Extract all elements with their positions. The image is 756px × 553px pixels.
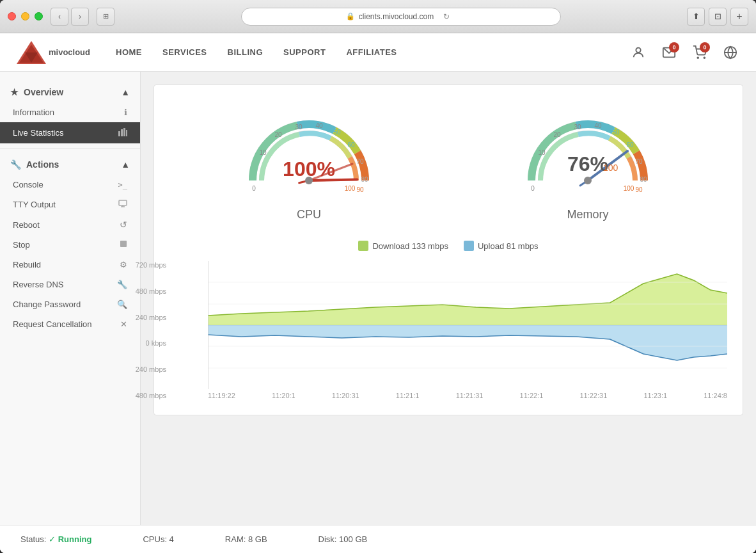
svg-text:20: 20	[274, 131, 282, 138]
svg-text:0: 0	[531, 185, 535, 192]
minimize-button[interactable]	[21, 12, 29, 20]
refresh-button[interactable]: ↻	[437, 8, 455, 26]
disk-info: Disk: 100 GB	[319, 534, 368, 544]
browser-window: ‹ › ⊞ 🔒 clients.mivocloud.com ↻ ⬆ ⊡ + mi…	[0, 0, 756, 553]
reader-button[interactable]: ⊞	[97, 8, 114, 26]
request-cancellation-label: Request Cancellation	[13, 319, 92, 329]
sidebar: ★ Overview ▲ Information ℹ Live Statisti…	[0, 72, 141, 525]
nav-affiliates[interactable]: AFFILIATES	[346, 47, 397, 57]
x-axis-labels: 11:19:22 11:20:1 11:20:31 11:21:1 11:21:…	[208, 392, 727, 399]
back-button[interactable]: ‹	[51, 8, 68, 26]
sidebar-item-rebuild[interactable]: Rebuild ⚙	[0, 255, 140, 275]
overview-header[interactable]: ★ Overview ▲	[0, 82, 140, 102]
nav-billing[interactable]: BILLING	[228, 47, 264, 57]
svg-point-4	[636, 47, 640, 52]
stats-card: 0 10 20 30 40 50 60 70 80 90	[154, 84, 743, 415]
svg-text:40: 40	[594, 122, 602, 129]
svg-text:100: 100	[624, 185, 634, 192]
actions-chevron-icon: ▲	[121, 159, 130, 170]
svg-text:60: 60	[626, 141, 634, 148]
sidebar-item-console[interactable]: Console >_	[0, 175, 140, 195]
svg-rect-17	[120, 241, 127, 247]
svg-text:80: 80	[361, 176, 368, 183]
maximize-button[interactable]	[35, 12, 43, 20]
y-label-0: 0 kbps	[131, 339, 166, 347]
messages-badge: 0	[669, 42, 679, 52]
svg-point-7	[704, 57, 705, 58]
live-statistics-label: Live Statistics	[13, 128, 63, 138]
memory-gauge-svg: 0 10 20 30 40 50 60 70 80 90	[517, 100, 658, 203]
cancel-icon: ✕	[120, 319, 127, 329]
address-bar[interactable]: 🔒 clients.mivocloud.com ↻	[241, 8, 561, 26]
download-label: Download 133 mbps	[372, 241, 448, 251]
sidebar-item-live-statistics[interactable]: Live Statistics	[0, 122, 140, 143]
sidebar-item-information[interactable]: Information ℹ	[0, 102, 140, 122]
sidebar-item-request-cancellation[interactable]: Request Cancellation ✕	[0, 314, 140, 334]
x-label-8: 11:24:8	[704, 392, 727, 399]
nav-home[interactable]: HOME	[116, 47, 142, 57]
new-tab-button[interactable]: ⊡	[709, 8, 727, 26]
nav-icons: 0 0	[628, 42, 741, 63]
svg-point-48	[584, 177, 592, 184]
cpus-info: CPUs: 4	[143, 534, 173, 544]
account-icon-button[interactable]	[628, 42, 649, 63]
forward-button[interactable]: ›	[71, 8, 89, 26]
svg-text:100: 100	[345, 185, 356, 192]
wrench-icon: 🔧	[10, 159, 21, 170]
globe-icon-button[interactable]	[720, 42, 741, 63]
actions-header[interactable]: 🔧 Actions ▲	[0, 154, 140, 175]
logo-text: mivocloud	[49, 47, 90, 57]
gauges-row: 0 10 20 30 40 50 60 70 80 90	[169, 100, 727, 221]
actions-section: 🔧 Actions ▲ Console >_ TTY Output	[0, 154, 140, 334]
nav-services[interactable]: SERVICES	[162, 47, 207, 57]
sidebar-divider	[0, 148, 140, 149]
svg-text:100%: 100%	[283, 157, 335, 180]
svg-text:10: 10	[259, 149, 267, 156]
y-label-720: 720 mbps	[131, 261, 166, 269]
reverse-dns-icon: 🔧	[117, 280, 127, 289]
x-label-0: 11:19:22	[208, 392, 235, 399]
svg-text:50: 50	[333, 129, 341, 136]
monitor-icon	[118, 200, 127, 209]
svg-text:80: 80	[640, 176, 647, 183]
share-button[interactable]: ⬆	[687, 8, 705, 26]
star-icon: ★	[10, 87, 19, 97]
titlebar: ‹ › ⊞ 🔒 clients.mivocloud.com ↻ ⬆ ⊡ +	[0, 0, 756, 33]
svg-text:60: 60	[347, 141, 355, 148]
sidebar-item-reverse-dns[interactable]: Reverse DNS 🔧	[0, 275, 140, 294]
site-logo[interactable]: mivocloud mivocloud	[15, 40, 90, 65]
upload-legend-dot	[464, 241, 474, 251]
overview-section: ★ Overview ▲ Information ℹ Live Statisti…	[0, 82, 140, 143]
messages-icon-button[interactable]: 0	[659, 42, 679, 63]
actions-label: Actions	[26, 159, 59, 170]
cpu-label: CPU	[297, 208, 321, 221]
cpu-gauge: 0 10 20 30 40 50 60 70 80 90	[239, 100, 379, 221]
console-label: Console	[13, 180, 43, 189]
sidebar-item-reboot[interactable]: Reboot ↺	[0, 214, 140, 235]
svg-text:20: 20	[553, 131, 561, 138]
nav-support[interactable]: SUPPORT	[283, 47, 326, 57]
svg-rect-14	[119, 200, 127, 205]
sidebar-item-change-password[interactable]: Change Password 🔍	[0, 294, 140, 314]
x-label-6: 11:22:31	[579, 392, 607, 399]
close-button[interactable]	[8, 12, 16, 20]
y-label-480b: 480 mbps	[131, 392, 166, 399]
top-navigation: mivocloud mivocloud HOME SERVICES BILLIN…	[0, 33, 756, 72]
x-label-2: 11:20:31	[332, 392, 359, 399]
site-content: mivocloud mivocloud HOME SERVICES BILLIN…	[0, 33, 756, 553]
svg-rect-10	[118, 131, 120, 136]
sidebar-item-tty-output[interactable]: TTY Output	[0, 195, 140, 214]
svg-text:90: 90	[356, 186, 364, 193]
svg-text:90: 90	[635, 186, 643, 193]
svg-text:100: 100	[603, 163, 618, 173]
add-button[interactable]: +	[730, 8, 748, 26]
toolbar-buttons: ⬆ ⊡ +	[687, 8, 748, 26]
svg-text:10: 10	[538, 149, 546, 156]
cart-icon-button[interactable]: 0	[689, 42, 710, 63]
info-icon: ℹ	[124, 108, 127, 117]
memory-gauge: 0 10 20 30 40 50 60 70 80 90	[517, 100, 658, 221]
svg-text:0: 0	[252, 185, 256, 192]
chart-legend: Download 133 mbps Upload 81 mbps	[169, 241, 727, 251]
sidebar-item-stop[interactable]: Stop	[0, 235, 140, 255]
tty-output-label: TTY Output	[13, 200, 56, 209]
